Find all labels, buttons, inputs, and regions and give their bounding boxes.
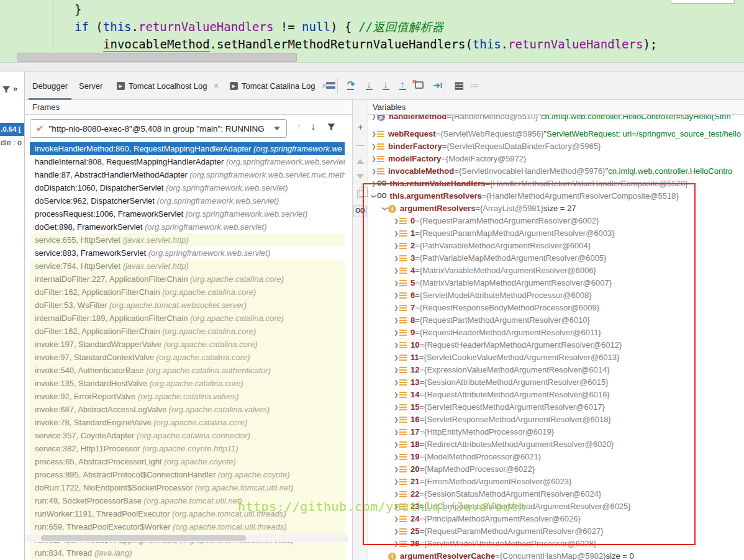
code-editor[interactable]: }if (this.returnValueHandlers != null) {… [0, 0, 744, 71]
chevron-collapsed-icon[interactable]: ❯ [393, 339, 399, 351]
variable-row[interactable]: ❯3 = {PathVariableMapMethodArgumentResol… [368, 252, 744, 264]
chevron-collapsed-icon[interactable]: ❯ [393, 351, 399, 364]
variable-row[interactable]: ❯25 = {RequestParamMethodArgumentResolve… [368, 525, 744, 538]
variable-row[interactable]: ❯18 = {RedirectAttributesMethodArgumentR… [368, 438, 744, 451]
chevron-collapsed-icon[interactable]: ❯ [393, 289, 399, 302]
thread-selector-dropdown[interactable]: ✔ "http-nio-8080-exec-8"@5,408 in group … [30, 119, 287, 138]
variable-row[interactable]: ❯20 = {MapMethodProcessor@6022} [368, 463, 744, 476]
move-up-icon[interactable] [353, 155, 368, 168]
chevron-collapsed-icon[interactable]: ❯ [393, 538, 399, 550]
frames-horizontal-scrollbar[interactable] [25, 535, 348, 542]
chevron-collapsed-icon[interactable]: ❯ [371, 140, 377, 153]
chevron-collapsed-icon[interactable]: ❯ [393, 476, 399, 488]
chevron-collapsed-icon[interactable]: ❯ [371, 128, 377, 140]
variable-row[interactable]: ❯webRequest = {ServletWebRequest@5956} "… [368, 128, 744, 140]
variable-row[interactable]: ❯14 = {RequestAttributeMethodArgumentRes… [368, 389, 744, 401]
variable-row[interactable]: ❯26 = {ServletModelAttributeMethodProces… [368, 538, 744, 550]
chevron-collapsed-icon[interactable]: ❯ [393, 401, 399, 413]
chevron-collapsed-icon[interactable]: ❯ [393, 413, 399, 426]
variable-row[interactable]: ❯13 = {SessionAttributeMethodArgumentRes… [368, 376, 744, 389]
stack-frame-row[interactable]: handleInternal:808, RequestMappingHandle… [30, 155, 345, 168]
step-out-icon[interactable]: ↑ [394, 77, 411, 93]
next-frame-button[interactable]: ↓ [311, 121, 315, 132]
variable-row[interactable]: ❯6 = {ServletModelAttributeMethodProcess… [368, 289, 744, 302]
chevron-collapsed-icon[interactable]: ❯ [393, 227, 399, 240]
chevron-collapsed-icon[interactable]: ❯ [393, 252, 399, 264]
chevron-collapsed-icon[interactable]: ❯ [393, 327, 399, 339]
stack-frame-row[interactable]: internalDoFilter:189, ApplicationFilterC… [30, 312, 345, 325]
variable-row[interactable]: ❯2 = {PathVariableMethodArgumentResolver… [368, 240, 744, 252]
duplicate-watch-icon[interactable] [353, 187, 368, 201]
chevron-collapsed-icon[interactable]: ❯ [371, 178, 377, 190]
variable-row[interactable]: ❯11 = {ServletCookieValueMethodArgumentR… [368, 351, 744, 364]
stack-frame-row[interactable]: invoke:97, StandardContextValve (org.apa… [30, 351, 345, 364]
chevron-expanded-icon[interactable]: ❯ [379, 205, 391, 212]
stack-frame-row[interactable]: runWorker:1191, ThreadPoolExecutor (org.… [30, 507, 345, 520]
stack-frame-row[interactable]: invokeHandlerMethod:860, RequestMappingH… [30, 142, 345, 155]
variable-row[interactable]: ❯0 = {RequestParamMethodArgumentResolver… [368, 215, 744, 227]
scrollbar-thumb[interactable] [41, 535, 246, 541]
chevron-collapsed-icon[interactable]: ❯ [393, 500, 399, 513]
stack-frame-row[interactable]: run:659, ThreadPoolExecutor$Worker (org.… [30, 520, 345, 533]
step-over-icon[interactable]: ↷ [343, 77, 359, 93]
variable-row[interactable]: ❯fargumentResolvers = {ArrayList@5981} s… [368, 202, 744, 215]
tab-tomcat-localhost-log[interactable]: ▶Tomcat Localhost Log✕ [117, 71, 219, 100]
stack-frame-row[interactable]: doService:962, DispatcherServlet (org.sp… [30, 194, 345, 207]
hide-frames-filter-icon[interactable] [327, 122, 336, 131]
stack-frame-row[interactable]: process:895, AbstractProtocol$Connection… [30, 468, 345, 481]
tab-tomcat-catalina-log[interactable]: ▶Tomcat Catalina Log✕ [230, 71, 327, 100]
editor-horizontal-scrollbar[interactable] [17, 53, 297, 62]
variable-row[interactable]: ❯17 = {HttpEntityMethodProcessor@6019} [368, 426, 744, 438]
stack-frame-row[interactable]: service:764, HttpServlet (javax.servlet.… [30, 260, 345, 273]
stack-frame-row[interactable]: invoke:92, ErrorReportValve (org.apache.… [30, 390, 345, 403]
chevron-collapsed-icon[interactable]: ❯ [393, 277, 399, 289]
chevron-collapsed-icon[interactable]: ❯ [393, 314, 399, 327]
variable-row[interactable]: ❯9 = {RequestHeaderMethodArgumentResolve… [368, 327, 744, 339]
variable-row[interactable]: ❯10 = {RequestHeaderMapMethodArgumentRes… [368, 339, 744, 351]
variable-row[interactable]: ❯16 = {ServletResponseMethodArgumentReso… [368, 413, 744, 426]
force-step-into-icon[interactable]: ↓ [378, 77, 394, 93]
variable-row[interactable]: ❯4 = {MatrixVariableMethodArgumentResolv… [368, 264, 744, 277]
view-options-icon[interactable] [322, 77, 338, 93]
hidden-tabs-chevron-icon[interactable]: » [13, 84, 17, 93]
chevron-collapsed-icon[interactable]: ❯ [393, 264, 399, 277]
drop-frame-icon[interactable] [411, 77, 427, 93]
variable-row[interactable]: ❯OOthis.returnValueHandlers = {HandlerMe… [368, 178, 744, 190]
stack-frame-row[interactable]: handle:87, AbstractHandlerMethodAdapter … [30, 168, 345, 181]
stack-frame-row[interactable]: service:655, HttpServlet (javax.servlet.… [30, 233, 345, 246]
chevron-collapsed-icon[interactable]: ❯ [393, 463, 399, 476]
variable-row[interactable]: ❯19 = {ModelMethodProcessor@6021} [368, 451, 744, 463]
stream-debugger-icon[interactable]: ≔ [467, 77, 483, 93]
show-watches-toggle-icon[interactable]: OO [353, 204, 368, 218]
tab-server[interactable]: Server [79, 71, 102, 100]
variable-row[interactable]: ❯invocableMethod = {ServletInvocableHand… [368, 165, 744, 178]
stack-frame-row[interactable]: invoke:135, StandardHostValve (org.apach… [30, 377, 345, 390]
stack-frame-row[interactable]: run:834, Thread (java.lang) [30, 546, 345, 559]
chevron-collapsed-icon[interactable]: ❯ [393, 215, 399, 227]
chevron-collapsed-icon[interactable]: ❯ [393, 240, 399, 252]
variable-row[interactable]: fargumentResolverCache = {ConcurrentHash… [368, 550, 744, 560]
variable-row[interactable]: ❯22 = {SessionStatusMethodArgumentResolv… [368, 488, 744, 500]
stack-frame-row[interactable]: internalDoFilter:227, ApplicationFilterC… [30, 273, 345, 286]
run-to-cursor-icon[interactable]: ➜I [430, 77, 446, 93]
chevron-collapsed-icon[interactable]: ❯ [393, 376, 399, 389]
chevron-collapsed-icon[interactable]: ❯ [393, 513, 399, 525]
stack-frame-row[interactable]: doRun:1722, NioEndpoint$SocketProcessor … [30, 481, 345, 494]
chevron-collapsed-icon[interactable]: ❯ [393, 438, 399, 451]
chevron-collapsed-icon[interactable]: ❯ [393, 451, 399, 463]
variable-row[interactable]: ❯21 = {ErrorsMethodArgumentResolver@6023… [368, 476, 744, 488]
stack-frame-row[interactable]: processRequest:1006, FrameworkServlet (o… [30, 207, 345, 220]
chevron-collapsed-icon[interactable]: ❯ [371, 115, 377, 123]
remove-watch-icon[interactable]: — [353, 137, 368, 151]
variable-row[interactable]: ❯OOthis.argumentResolvers = {HandlerMeth… [368, 190, 744, 202]
variable-row[interactable]: ❯5 = {MatrixVariableMapMethodArgumentRes… [368, 277, 744, 289]
chevron-collapsed-icon[interactable]: ❯ [371, 153, 377, 165]
stack-frame-row[interactable]: doGet:898, FrameworkServlet (org.springf… [30, 220, 345, 233]
previous-frame-button[interactable]: ↑ [296, 121, 301, 132]
chevron-collapsed-icon[interactable]: ❯ [393, 389, 399, 401]
add-watch-icon[interactable]: ＋ [353, 120, 368, 133]
chevron-collapsed-icon[interactable]: ❯ [393, 426, 399, 438]
variable-row[interactable]: ❯8 = {RequestPartMethodArgumentResolver@… [368, 314, 744, 327]
variable-row[interactable]: ❯phandlerMethod = {HandlerMethod@5510} "… [368, 115, 744, 123]
chevron-expanded-icon[interactable]: ❯ [368, 193, 380, 199]
